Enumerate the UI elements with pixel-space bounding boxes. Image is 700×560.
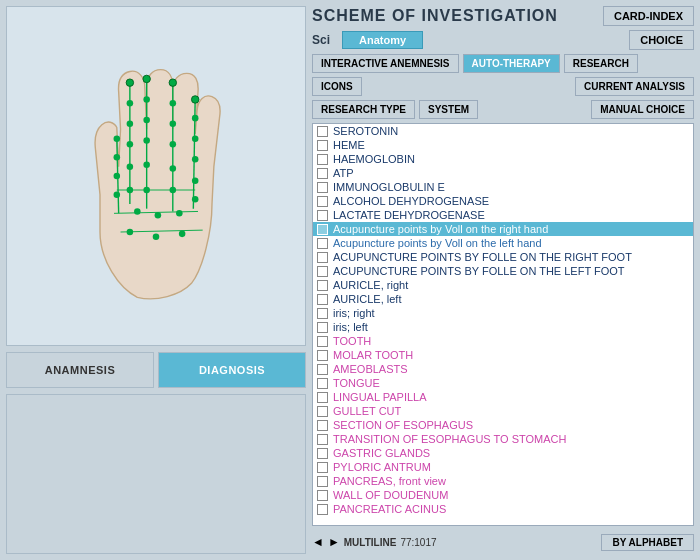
list-checkbox[interactable] bbox=[317, 280, 328, 291]
list-item[interactable]: MOLAR TOOTH bbox=[313, 348, 693, 362]
list-checkbox[interactable] bbox=[317, 476, 328, 487]
list-checkbox[interactable] bbox=[317, 182, 328, 193]
list-item[interactable]: ACUPUNCTURE POINTS BY FOLLE ON THE RIGHT… bbox=[313, 250, 693, 264]
list-item[interactable]: AURICLE, right bbox=[313, 278, 693, 292]
list-item-label: iris; right bbox=[333, 307, 375, 319]
arrow-right-icon[interactable]: ► bbox=[328, 535, 340, 549]
list-item[interactable]: Acupuncture points by Voll on the right … bbox=[313, 222, 693, 236]
list-item[interactable]: AMEOBLASTS bbox=[313, 362, 693, 376]
auto-therapy-button[interactable]: AUTO-THERAPY bbox=[463, 54, 560, 73]
list-item[interactable]: GASTRIC GLANDS bbox=[313, 446, 693, 460]
svg-point-41 bbox=[179, 231, 186, 238]
list-item[interactable]: ACUPUNCTURE POINTS BY FOLLE ON THE LEFT … bbox=[313, 264, 693, 278]
list-checkbox[interactable] bbox=[317, 294, 328, 305]
current-analysis-button[interactable]: CURRENT ANALYSIS bbox=[575, 77, 694, 96]
diagnosis-button[interactable]: DIAGNOSIS bbox=[158, 352, 306, 388]
list-checkbox[interactable] bbox=[317, 462, 328, 473]
list-item-label: WALL OF DOUDENUM bbox=[333, 489, 448, 501]
svg-point-39 bbox=[127, 229, 134, 236]
list-checkbox[interactable] bbox=[317, 350, 328, 361]
list-checkbox[interactable] bbox=[317, 322, 328, 333]
list-checkbox[interactable] bbox=[317, 154, 328, 165]
list-checkbox[interactable] bbox=[317, 420, 328, 431]
list-checkbox[interactable] bbox=[317, 238, 328, 249]
list-checkbox[interactable] bbox=[317, 448, 328, 459]
list-checkbox[interactable] bbox=[317, 434, 328, 445]
system-button[interactable]: SYSTEM bbox=[419, 100, 478, 119]
list-checkbox[interactable] bbox=[317, 308, 328, 319]
svg-point-20 bbox=[169, 79, 176, 86]
list-checkbox[interactable] bbox=[317, 196, 328, 207]
list-checkbox[interactable] bbox=[317, 210, 328, 221]
svg-point-32 bbox=[114, 135, 121, 142]
svg-point-36 bbox=[134, 208, 141, 215]
list-item[interactable]: TRANSITION OF ESOPHAGUS TO STOMACH bbox=[313, 432, 693, 446]
list-item[interactable]: SEROTONIN bbox=[313, 124, 693, 138]
list-item[interactable]: ALCOHOL DEHYDROGENASE bbox=[313, 194, 693, 208]
list-checkbox[interactable] bbox=[317, 266, 328, 277]
list-item[interactable]: ATP bbox=[313, 166, 693, 180]
list-item-label: MOLAR TOOTH bbox=[333, 349, 413, 361]
list-item[interactable]: GULLET CUT bbox=[313, 404, 693, 418]
list-item[interactable]: LINGUAL PAPILLA bbox=[313, 390, 693, 404]
list-checkbox[interactable] bbox=[317, 140, 328, 151]
list-item-label: TRANSITION OF ESOPHAGUS TO STOMACH bbox=[333, 433, 566, 445]
research-button[interactable]: RESEARCH bbox=[564, 54, 638, 73]
list-checkbox[interactable] bbox=[317, 378, 328, 389]
list-item[interactable]: PANCREAS, front view bbox=[313, 474, 693, 488]
svg-point-9 bbox=[127, 100, 134, 107]
list-item[interactable]: iris; right bbox=[313, 306, 693, 320]
card-index-button[interactable]: CARD-INDEX bbox=[603, 6, 694, 26]
by-alphabet-button[interactable]: BY ALPHABET bbox=[601, 534, 694, 551]
list-item-label: GASTRIC GLANDS bbox=[333, 447, 430, 459]
list-checkbox[interactable] bbox=[317, 406, 328, 417]
list-item[interactable]: HEME bbox=[313, 138, 693, 152]
interactive-anemnesis-button[interactable]: INTERACTIVE ANEMNESIS bbox=[312, 54, 459, 73]
list-item-label: ACUPUNCTURE POINTS BY FOLLE ON THE RIGHT… bbox=[333, 251, 632, 263]
list-item[interactable]: Acupuncture points by Voll on the left h… bbox=[313, 236, 693, 250]
list-item-label: HAEMOGLOBIN bbox=[333, 153, 415, 165]
list-item-label: SECTION OF ESOPHAGUS bbox=[333, 419, 473, 431]
manual-choice-button[interactable]: MANUAL CHOICE bbox=[591, 100, 694, 119]
list-checkbox[interactable] bbox=[317, 364, 328, 375]
list-item[interactable]: HAEMOGLOBIN bbox=[313, 152, 693, 166]
list-footer: ◄ ► MULTILINE 77:1017 BY ALPHABET bbox=[312, 530, 694, 554]
svg-point-17 bbox=[143, 137, 150, 144]
list-checkbox[interactable] bbox=[317, 336, 328, 347]
choice-button[interactable]: CHOICE bbox=[629, 30, 694, 50]
multiline-label: MULTILINE bbox=[344, 537, 397, 548]
svg-point-15 bbox=[143, 96, 150, 103]
svg-point-11 bbox=[127, 141, 134, 148]
list-item[interactable]: IMMUNOGLOBULIN E bbox=[313, 180, 693, 194]
toolbar-row-2: ICONS CURRENT ANALYSIS bbox=[312, 77, 694, 96]
list-item[interactable]: PYLORIC ANTRUM bbox=[313, 460, 693, 474]
research-type-button[interactable]: RESEARCH TYPE bbox=[312, 100, 415, 119]
list-item-label: IMMUNOGLOBULIN E bbox=[333, 181, 445, 193]
list-item[interactable]: TONGUE bbox=[313, 376, 693, 390]
list-checkbox[interactable] bbox=[317, 252, 328, 263]
list-checkbox[interactable] bbox=[317, 490, 328, 501]
list-item[interactable]: LACTATE DEHYDROGENASE bbox=[313, 208, 693, 222]
list-item-label: ACUPUNCTURE POINTS BY FOLLE ON THE LEFT … bbox=[333, 265, 625, 277]
anamnesis-button[interactable]: ANAMNESIS bbox=[6, 352, 154, 388]
list-checkbox[interactable] bbox=[317, 168, 328, 179]
svg-point-29 bbox=[192, 156, 199, 163]
list-item-label: ATP bbox=[333, 167, 354, 179]
scheme-title: SCHEME OF INVESTIGATION bbox=[312, 7, 558, 25]
anatomy-button[interactable]: Anatomy bbox=[342, 31, 423, 49]
list-checkbox[interactable] bbox=[317, 224, 328, 235]
list-item-label: PYLORIC ANTRUM bbox=[333, 461, 431, 473]
list-checkbox[interactable] bbox=[317, 126, 328, 137]
list-item[interactable]: SECTION OF ESOPHAGUS bbox=[313, 418, 693, 432]
arrow-left-icon[interactable]: ◄ bbox=[312, 535, 324, 549]
list-item[interactable]: PANCREATIC ACINUS bbox=[313, 502, 693, 516]
list-item[interactable]: iris; left bbox=[313, 320, 693, 334]
list-checkbox[interactable] bbox=[317, 392, 328, 403]
items-list[interactable]: SEROTONINHEMEHAEMOGLOBINATPIMMUNOGLOBULI… bbox=[312, 123, 694, 526]
icons-button[interactable]: ICONS bbox=[312, 77, 362, 96]
list-item[interactable]: TOOTH bbox=[313, 334, 693, 348]
svg-point-16 bbox=[143, 117, 150, 124]
list-item[interactable]: WALL OF DOUDENUM bbox=[313, 488, 693, 502]
list-checkbox[interactable] bbox=[317, 504, 328, 515]
list-item[interactable]: AURICLE, left bbox=[313, 292, 693, 306]
